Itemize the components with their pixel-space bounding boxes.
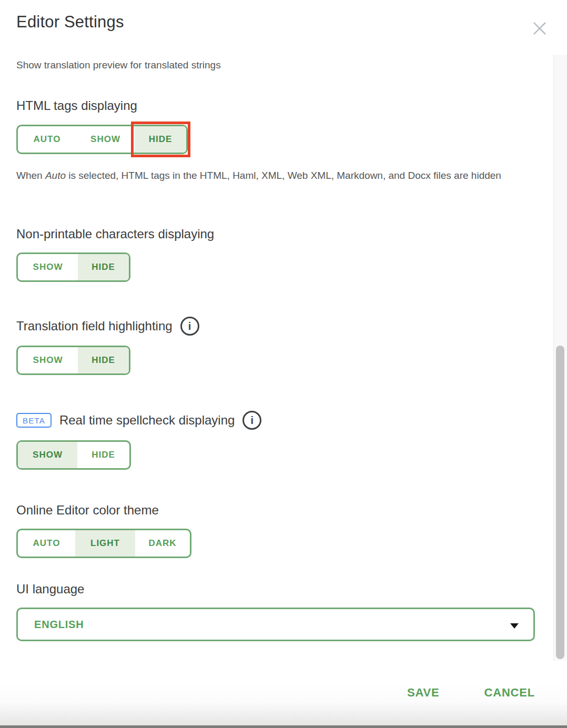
ui-language-selected-value: ENGLISH: [34, 619, 84, 631]
footer-actions: SAVE CANCEL: [0, 683, 535, 703]
color-theme-segmented-control: AUTO LIGHT DARK: [16, 529, 191, 558]
editor-settings-dialog: Editor Settings Show translation preview…: [0, 0, 567, 728]
translation-preview-setting-label: Show translation preview for translated …: [16, 59, 221, 71]
save-button[interactable]: SAVE: [407, 683, 439, 703]
spellcheck-segmented-control: SHOW HIDE: [16, 440, 131, 470]
non-printable-option-hide[interactable]: HIDE: [78, 254, 129, 280]
non-printable-option-show[interactable]: SHOW: [18, 254, 78, 280]
description-part-italic: Auto: [45, 170, 66, 181]
ui-language-select[interactable]: ENGLISH: [16, 608, 535, 641]
scrollbar-thumb[interactable]: [556, 346, 564, 659]
color-theme-option-light[interactable]: LIGHT: [75, 530, 135, 557]
field-highlighting-option-hide[interactable]: HIDE: [78, 347, 129, 373]
beta-badge: BETA: [16, 413, 52, 428]
html-tags-description: When Auto is selected, HTML tags in the …: [16, 166, 532, 185]
color-theme-option-auto[interactable]: AUTO: [18, 530, 75, 557]
info-icon[interactable]: i: [180, 317, 199, 336]
field-highlighting-heading: Translation field highlighting: [16, 319, 173, 333]
field-highlighting-option-show[interactable]: SHOW: [18, 347, 78, 373]
description-part: is selected, HTML tags in the HTML, Haml…: [66, 170, 501, 181]
spellcheck-option-hide[interactable]: HIDE: [77, 442, 129, 468]
non-printable-heading: Non-printable characters displaying: [16, 227, 214, 241]
html-tags-option-hide[interactable]: HIDE: [135, 126, 186, 153]
non-printable-segmented-control: SHOW HIDE: [16, 252, 130, 282]
close-icon: [530, 18, 550, 38]
description-part: When: [16, 170, 45, 181]
scrollbar-track[interactable]: [553, 55, 567, 661]
color-theme-option-dark[interactable]: DARK: [135, 530, 190, 557]
color-theme-heading: Online Editor color theme: [16, 503, 159, 518]
spellcheck-option-show[interactable]: SHOW: [18, 442, 77, 468]
ui-language-heading: UI language: [16, 582, 84, 596]
cancel-button[interactable]: CANCEL: [484, 683, 535, 703]
html-tags-segmented-control: AUTO SHOW HIDE: [16, 125, 188, 154]
field-highlighting-segmented-control: SHOW HIDE: [16, 346, 130, 375]
caret-down-icon: [510, 623, 519, 629]
html-tags-option-show[interactable]: SHOW: [76, 126, 135, 153]
close-button[interactable]: [526, 15, 553, 42]
info-icon[interactable]: i: [242, 411, 261, 430]
spellcheck-heading-row: BETA Real time spellcheck displaying i: [16, 411, 261, 430]
page-title: Editor Settings: [16, 13, 124, 32]
spellcheck-heading: Real time spellcheck displaying: [59, 413, 235, 428]
html-tags-heading: HTML tags displaying: [16, 98, 137, 113]
html-tags-option-auto[interactable]: AUTO: [18, 126, 76, 153]
field-highlighting-heading-row: Translation field highlighting i: [16, 317, 199, 336]
